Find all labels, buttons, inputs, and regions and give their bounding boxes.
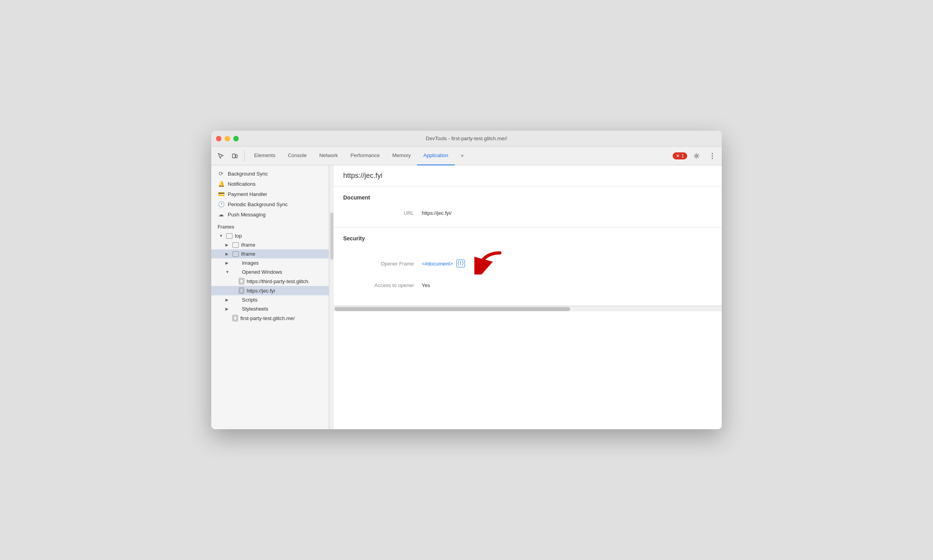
svg-point-2: [696, 155, 698, 157]
tab-application[interactable]: Application: [417, 146, 455, 165]
security-section: Security Opener Frame <#document> ⑴: [334, 227, 722, 306]
minimize-button[interactable]: [225, 136, 230, 141]
devtools-window: DevTools - first-party-test.glitch.me// …: [211, 131, 722, 429]
inspect-element-button[interactable]: [214, 150, 227, 162]
svg-rect-0: [232, 154, 235, 158]
main-area: ⟳ Background Sync 🔔 Notifications 💳 Paym…: [211, 165, 722, 429]
svg-rect-6: [240, 279, 243, 283]
scrollbar-thumb: [335, 307, 570, 311]
url-label: URL: [343, 210, 422, 216]
payment-handler-icon: 💳: [218, 191, 225, 197]
security-section-title: Security: [343, 235, 712, 242]
tab-more[interactable]: »: [455, 146, 470, 165]
access-to-opener-label: Access to opener: [343, 282, 422, 288]
frame-icon-iframe1: [232, 242, 239, 248]
url-value: https://jec.fyi/: [422, 210, 452, 216]
error-icon: ✕: [676, 153, 680, 159]
expand-arrow-top: ▼: [219, 234, 224, 238]
tree-item-ow-child2[interactable]: https://jec.fyi: [211, 286, 329, 295]
tree-item-iframe2[interactable]: ▶ iframe: [211, 249, 329, 258]
frame-icon-iframe2: [232, 251, 239, 257]
sidebar: ⟳ Background Sync 🔔 Notifications 💳 Paym…: [211, 165, 329, 429]
tab-elements[interactable]: Elements: [248, 146, 282, 165]
expand-arrow-iframe1: ▶: [225, 243, 230, 247]
expand-arrow-opened-windows: ▼: [225, 270, 230, 274]
titlebar: DevTools - first-party-test.glitch.me//: [211, 131, 722, 146]
tab-bar: Elements Console Network Performance Mem…: [248, 146, 671, 165]
svg-point-4: [712, 155, 713, 156]
document-section: Document URL https://jec.fyi/: [334, 187, 722, 227]
error-badge[interactable]: ✕ 1: [673, 152, 687, 159]
content-area: https://jec.fyi Document URL https://jec…: [334, 165, 722, 429]
opener-frame-link[interactable]: <#document>: [422, 261, 453, 267]
opener-frame-row: Opener Frame <#document> ⑴: [343, 248, 712, 279]
tree-item-iframe1[interactable]: ▶ iframe: [211, 240, 329, 249]
push-messaging-icon: ☁: [218, 211, 225, 218]
traffic-lights: [216, 136, 239, 141]
svg-rect-1: [236, 155, 237, 158]
close-button[interactable]: [216, 136, 221, 141]
error-count: 1: [681, 153, 684, 159]
content-url: https://jec.fyi: [334, 165, 722, 187]
toolbar-right: ✕ 1: [673, 150, 719, 162]
tab-memory[interactable]: Memory: [386, 146, 417, 165]
tree-item-stylesheets[interactable]: ▶ Stylesheets: [211, 304, 329, 313]
periodic-bg-sync-icon: 🕐: [218, 201, 225, 207]
access-to-opener-value: Yes: [422, 282, 430, 288]
tree-item-ow-child1[interactable]: https://third-party-test.glitch.me/p: [211, 276, 329, 286]
more-button[interactable]: [706, 150, 719, 162]
frames-section-label: Frames: [211, 220, 329, 231]
tree-item-main-doc[interactable]: first-party-test.glitch.me/: [211, 313, 329, 323]
maximize-button[interactable]: [233, 136, 239, 141]
expand-arrow-iframe2: ▶: [225, 252, 230, 256]
red-arrow-annotation: [474, 251, 502, 276]
doc-icon-ow2: [239, 287, 244, 294]
access-to-opener-row: Access to opener Yes: [343, 279, 712, 291]
document-section-title: Document: [343, 194, 712, 201]
notifications-icon: 🔔: [218, 181, 225, 187]
toolbar-divider: [244, 150, 245, 161]
doc-icon-ow1: [239, 278, 244, 284]
sidebar-item-periodic-bg-sync[interactable]: 🕐 Periodic Background Sync: [211, 199, 329, 209]
settings-button[interactable]: [690, 150, 703, 162]
tree-item-top[interactable]: ▼ top: [211, 231, 329, 240]
tab-performance[interactable]: Performance: [344, 146, 386, 165]
sidebar-item-notifications[interactable]: 🔔 Notifications: [211, 179, 329, 189]
tab-network[interactable]: Network: [313, 146, 344, 165]
opener-frame-code-icon: ⑴: [456, 260, 465, 267]
frame-icon-top: [226, 233, 232, 239]
tree-item-opened-windows[interactable]: ▼ Opened Windows: [211, 267, 329, 276]
device-toggle-button[interactable]: [229, 150, 241, 162]
expand-arrow-images: ▶: [225, 261, 230, 265]
content-scrollbar[interactable]: [334, 306, 722, 311]
tree-item-images[interactable]: ▶ Images: [211, 258, 329, 267]
expand-arrow-scripts: ▶: [225, 298, 230, 302]
svg-rect-8: [234, 316, 237, 320]
opener-frame-value-group: <#document> ⑴: [422, 251, 502, 276]
expand-arrow-stylesheets: ▶: [225, 307, 230, 311]
svg-point-3: [712, 153, 713, 154]
background-sync-icon: ⟳: [218, 170, 225, 177]
sidebar-scrollbar[interactable]: [329, 165, 334, 429]
window-title: DevTools - first-party-test.glitch.me//: [426, 135, 507, 141]
tree-item-scripts[interactable]: ▶ Scripts: [211, 295, 329, 304]
tab-console[interactable]: Console: [282, 146, 313, 165]
doc-icon-main: [232, 315, 238, 321]
svg-rect-7: [240, 289, 243, 293]
sidebar-item-payment-handler[interactable]: 💳 Payment Handler: [211, 189, 329, 199]
opener-frame-label: Opener Frame: [343, 261, 422, 267]
toolbar: Elements Console Network Performance Mem…: [211, 146, 722, 165]
url-field-row: URL https://jec.fyi/: [343, 207, 712, 219]
sidebar-item-push-messaging[interactable]: ☁ Push Messaging: [211, 209, 329, 220]
svg-point-5: [712, 157, 713, 159]
sidebar-item-background-sync[interactable]: ⟳ Background Sync: [211, 168, 329, 179]
